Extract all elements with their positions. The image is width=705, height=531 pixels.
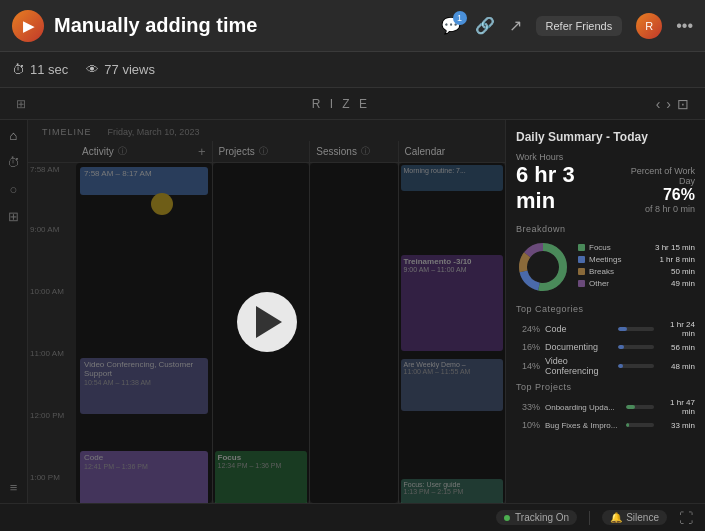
calendar-overlay bbox=[399, 163, 506, 503]
percent-sub: of 8 hr 0 min bbox=[616, 204, 695, 214]
refer-friends-button[interactable]: Refer Friends bbox=[536, 16, 623, 36]
bottom-expand-icon[interactable]: ⛶ bbox=[679, 510, 693, 526]
sessions-header: Sessions ⓘ bbox=[310, 141, 397, 163]
chat-button[interactable]: 💬 1 bbox=[441, 16, 461, 35]
donut-chart bbox=[516, 240, 570, 294]
calendar-column: Calendar Morning routine: 7... Treinamen… bbox=[399, 141, 506, 503]
nav-next-button[interactable]: › bbox=[666, 96, 671, 112]
cat-videoconf: 14% Video Conferencing 48 min bbox=[516, 356, 695, 376]
legend-focus: Focus 3 hr 15 min bbox=[578, 243, 695, 252]
nav-expand-button[interactable]: ⊡ bbox=[677, 96, 689, 112]
timer-value: 11 sec bbox=[30, 62, 68, 77]
cat-code-bar bbox=[618, 327, 654, 331]
activity-add-button[interactable]: + bbox=[198, 144, 206, 159]
legend-meetings: Meetings 1 hr 8 min bbox=[578, 255, 695, 264]
activity-body: 7:58 AM – 8:17 AM Video Conferencing, Cu… bbox=[76, 163, 212, 503]
cat-videoconf-bar bbox=[618, 364, 654, 368]
silence-icon: 🔔 bbox=[610, 512, 622, 523]
expand-icon[interactable]: ⊞ bbox=[16, 97, 26, 111]
sessions-column: Sessions ⓘ Focus 1:46 PM Meeting 2:19 PM… bbox=[310, 141, 398, 503]
work-hours-group: Work Hours 6 hr 3 min bbox=[516, 152, 616, 214]
sidebar-icon-home[interactable]: ⌂ bbox=[10, 128, 18, 143]
header-bar: ⊞ R I Z E ‹ › ⊡ bbox=[0, 88, 705, 120]
projects-info-icon: ⓘ bbox=[259, 145, 268, 158]
projects-header: Projects ⓘ bbox=[213, 141, 310, 163]
chat-badge: 1 bbox=[453, 11, 467, 25]
sidebar-icon-menu[interactable]: ≡ bbox=[10, 480, 18, 495]
eye-icon: 👁 bbox=[86, 62, 99, 77]
video-overlay bbox=[76, 163, 212, 503]
percent-group: Percent of Work Day 76% of 8 hr 0 min bbox=[616, 166, 695, 214]
nav-prev-button[interactable]: ‹ bbox=[656, 96, 661, 112]
activity-label: Activity bbox=[82, 146, 114, 157]
columns-area: 7:58 AM 9:00 AM 10:00 AM 11:00 AM 12:00 … bbox=[28, 141, 505, 503]
legend-meetings-dot bbox=[578, 256, 585, 263]
tracking-label: Tracking On bbox=[515, 512, 569, 523]
sidebar-icon-circle[interactable]: ○ bbox=[10, 182, 18, 197]
sessions-info-icon: ⓘ bbox=[361, 145, 370, 158]
activity-info-icon: ⓘ bbox=[118, 145, 127, 158]
legend-other-dot bbox=[578, 280, 585, 287]
percent-label: Percent of Work Day bbox=[616, 166, 695, 186]
projects-label: Projects bbox=[219, 146, 255, 157]
proj-onboarding: 33% Onboarding Upda... 1 hr 47 min bbox=[516, 398, 695, 416]
clock-icon: ⏱ bbox=[12, 62, 25, 77]
proj-onboarding-bar bbox=[626, 405, 654, 409]
breakdown-label: Breakdown bbox=[516, 224, 695, 234]
proj-bugfixes-bar bbox=[626, 423, 654, 427]
timeline-header: TIMELINE Friday, March 10, 2023 bbox=[28, 120, 505, 141]
timer-item: ⏱ 11 sec bbox=[12, 62, 68, 77]
sidebar: ⌂ ⏱ ○ ⊞ ≡ bbox=[0, 120, 28, 503]
legend-focus-dot bbox=[578, 244, 585, 251]
panel-title: Daily Summary - Today bbox=[516, 130, 695, 144]
bottom-bar: Tracking On 🔔 Silence ⛶ bbox=[0, 503, 705, 531]
projects-label: Top Projects bbox=[516, 382, 695, 392]
more-options-button[interactable]: ••• bbox=[676, 17, 693, 35]
timeline-date: Friday, March 10, 2023 bbox=[108, 127, 200, 137]
time-tick-758: 7:58 AM bbox=[30, 165, 59, 174]
time-tick-12: 12:00 PM bbox=[30, 411, 64, 420]
sessions-label: Sessions bbox=[316, 146, 357, 157]
work-hours-row: Work Hours 6 hr 3 min Percent of Work Da… bbox=[516, 152, 695, 214]
activity-header: Activity ⓘ + bbox=[76, 141, 212, 163]
separator bbox=[589, 511, 590, 525]
sessions-body: Focus 1:46 PM Meeting 2:19 PM Focus 3:10… bbox=[310, 163, 397, 503]
tracking-dot bbox=[504, 515, 510, 521]
calendar-body: Morning routine: 7... Treinamento -3/10 … bbox=[399, 163, 506, 503]
categories-label: Top Categories bbox=[516, 304, 695, 314]
play-button[interactable] bbox=[237, 292, 297, 352]
proj-bugfixes: 10% Bug Fixes & Impro... 33 min bbox=[516, 420, 695, 430]
main-content: ⌂ ⏱ ○ ⊞ ≡ TIMELINE Friday, March 10, 202… bbox=[0, 120, 705, 503]
silence-button[interactable]: 🔔 Silence bbox=[602, 510, 667, 525]
legend-other: Other 49 min bbox=[578, 279, 695, 288]
breakdown-legend: Focus 3 hr 15 min Meetings 1 hr 8 min Br… bbox=[578, 243, 695, 291]
time-tick-9: 9:00 AM bbox=[30, 225, 59, 234]
work-hours-value: 6 hr 3 min bbox=[516, 162, 616, 214]
tracking-status: Tracking On bbox=[496, 510, 577, 525]
top-bar-right: 💬 1 🔗 ↗ Refer Friends R ••• bbox=[441, 13, 693, 39]
work-hours-label: Work Hours bbox=[516, 152, 616, 162]
right-panel: Daily Summary - Today Work Hours 6 hr 3 … bbox=[505, 120, 705, 503]
legend-breaks: Breaks 50 min bbox=[578, 267, 695, 276]
sidebar-icon-timer[interactable]: ⏱ bbox=[7, 155, 20, 170]
silence-label: Silence bbox=[626, 512, 659, 523]
time-tick-11: 11:00 AM bbox=[30, 349, 64, 358]
calendar-header: Calendar bbox=[399, 141, 506, 163]
timeline-container: TIMELINE Friday, March 10, 2023 7:58 AM … bbox=[28, 120, 505, 503]
sub-bar: ⏱ 11 sec 👁 77 views bbox=[0, 52, 705, 88]
page-title: Manually adding time bbox=[54, 14, 257, 37]
avatar: ▶ bbox=[12, 10, 44, 42]
share-button[interactable]: ↗ bbox=[509, 16, 522, 35]
cat-documenting: 16% Documenting 56 min bbox=[516, 342, 695, 352]
time-tick-10: 10:00 AM bbox=[30, 287, 64, 296]
cat-code: 24% Code 1 hr 24 min bbox=[516, 320, 695, 338]
rize-logo: R I Z E bbox=[312, 97, 370, 111]
link-button[interactable]: 🔗 bbox=[475, 16, 495, 35]
user-avatar-button[interactable]: R bbox=[636, 13, 662, 39]
top-bar-left: ▶ Manually adding time bbox=[12, 10, 257, 42]
sessions-overlay bbox=[310, 163, 397, 503]
play-icon bbox=[256, 306, 282, 338]
sidebar-icon-grid[interactable]: ⊞ bbox=[8, 209, 19, 224]
cat-documenting-bar bbox=[618, 345, 654, 349]
views-item: 👁 77 views bbox=[86, 62, 155, 77]
